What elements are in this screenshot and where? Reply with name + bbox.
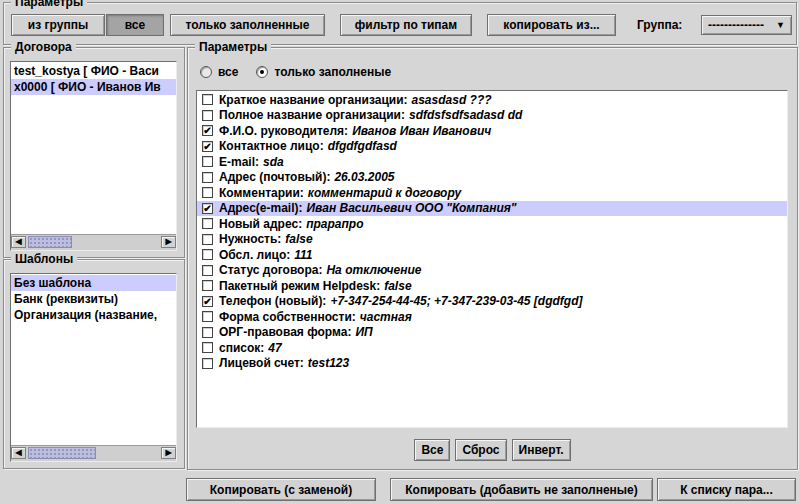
param-value: На отключение	[326, 263, 421, 277]
scroll-left-button[interactable]: ◀	[11, 447, 26, 459]
radio-row: всетолько заполненые	[200, 65, 391, 79]
param-label: Лицевой счет:	[219, 356, 304, 370]
group-combo[interactable]: -------------- ▼	[701, 15, 792, 35]
toolbar-button-3[interactable]: только заполненные	[170, 14, 325, 36]
checkbox-icon[interactable]	[202, 110, 213, 121]
checkbox-icon[interactable]: ✔	[202, 203, 213, 214]
param-row[interactable]: ✔Адрес(e-mail):Иван Васильевич ООО "Комп…	[197, 201, 787, 217]
param-label: E-mail:	[219, 155, 259, 169]
checkbox-icon[interactable]	[202, 172, 213, 183]
radio-label: только заполненые	[274, 65, 391, 79]
param-row[interactable]: ✔Ф.И.О. руководителя:Иванов Иван Иванови…	[197, 123, 787, 139]
scroll-right-button[interactable]: ▶	[161, 447, 176, 459]
param-row[interactable]: список:47	[197, 340, 787, 356]
param-label: Контактное лицо:	[219, 139, 324, 153]
param-label: ОРГ-правовая форма:	[219, 325, 351, 339]
param-row[interactable]: ✔Телефон (новый):+7-347-254-44-45; +7-34…	[197, 294, 787, 310]
checkbox-icon[interactable]	[202, 187, 213, 198]
param-row[interactable]: Адрес (почтовый):26.03.2005	[197, 170, 787, 186]
toolbar-button-5[interactable]: копировать из...	[487, 14, 616, 36]
scroll-right-icon: ▶	[165, 237, 171, 246]
bottom-button-2[interactable]: Копировать (добавить не заполненые)	[390, 478, 653, 501]
param-row[interactable]: ✔Контактное лицо:dfgdfgdfasd	[197, 139, 787, 155]
checkbox-icon[interactable]	[202, 94, 213, 105]
params-footer-button-1[interactable]: Все	[414, 439, 450, 461]
checkbox-icon[interactable]	[202, 234, 213, 245]
bottom-bar: Копировать (с заменой)Копировать (добави…	[0, 478, 800, 501]
scroll-right-button[interactable]: ▶	[161, 236, 176, 248]
checkbox-icon[interactable]: ✔	[202, 125, 213, 136]
group-combo-label: Группа:	[637, 18, 682, 32]
scrollbar-thumb[interactable]	[28, 447, 96, 459]
checkbox-icon[interactable]	[202, 249, 213, 260]
scroll-right-icon: ▶	[165, 448, 171, 457]
radio-icon[interactable]	[256, 66, 268, 78]
group-title: Договора	[11, 40, 76, 54]
templates-horizontal-scrollbar[interactable]: ◀ ▶	[11, 445, 176, 461]
param-row[interactable]: Комментарии:комментарий к договору	[197, 185, 787, 201]
contracts-list[interactable]: test_kostya [ ФИО - Васиx0000 [ ФИО - Ив…	[11, 62, 176, 234]
param-row[interactable]: Статус договора:На отключение	[197, 263, 787, 279]
toolbar-button-1[interactable]: из группы	[11, 14, 105, 36]
params-list[interactable]: Краткое название организации:asasdasd ??…	[197, 91, 787, 427]
param-value: комментарий к договору	[308, 186, 461, 200]
param-label: Ф.И.О. руководителя:	[219, 124, 348, 138]
scrollbar-thumb[interactable]	[28, 236, 72, 248]
param-label: Адрес(e-mail):	[219, 201, 302, 215]
bottom-button-3[interactable]: К списку пара...	[657, 478, 796, 501]
checkbox-icon[interactable]	[202, 342, 213, 353]
param-label: список:	[219, 341, 264, 355]
checkbox-icon[interactable]	[202, 265, 213, 276]
param-row[interactable]: Нужность:false	[197, 232, 787, 248]
checkbox-icon[interactable]	[202, 358, 213, 369]
template-list-item[interactable]: Банк (реквизиты)	[11, 291, 176, 307]
checkbox-icon[interactable]	[202, 218, 213, 229]
params-footer-button-3[interactable]: Инверт.	[512, 439, 571, 461]
chevron-down-icon: ▼	[776, 21, 785, 30]
radio-option[interactable]: только заполненые	[256, 65, 391, 79]
param-row[interactable]: Полное название организации:sdfdsfsdfsad…	[197, 108, 787, 124]
checkbox-icon[interactable]: ✔	[202, 296, 213, 307]
param-row[interactable]: Форма собственности:частная	[197, 309, 787, 325]
param-value: 26.03.2005	[334, 170, 394, 184]
param-label: Телефон (новый):	[219, 294, 326, 308]
params-footer-button-2[interactable]: Сброс	[455, 439, 506, 461]
bottom-button-1[interactable]: Копировать (с заменой)	[186, 478, 376, 501]
checkbox-icon[interactable]	[202, 280, 213, 291]
radio-icon[interactable]	[200, 66, 212, 78]
radio-option[interactable]: все	[200, 65, 238, 79]
param-row[interactable]: Лицевой счет:test123	[197, 356, 787, 372]
param-row[interactable]: Краткое название организации:asasdasd ??…	[197, 92, 787, 108]
param-label: Адрес (почтовый):	[219, 170, 330, 184]
checkbox-icon[interactable]	[202, 311, 213, 322]
contracts-scrollpane: test_kostya [ ФИО - Васиx0000 [ ФИО - Ив…	[10, 61, 177, 251]
template-list-item[interactable]: Организация (название,	[11, 307, 176, 323]
toolbar-button-2[interactable]: все	[106, 14, 164, 36]
param-label: Полное название организации:	[219, 108, 405, 122]
contract-list-item[interactable]: x0000 [ ФИО - Иванов Ив	[11, 79, 176, 95]
toolbar-button-4[interactable]: фильтр по типам	[340, 14, 472, 36]
param-value: 47	[268, 341, 281, 355]
param-label: Статус договора:	[219, 263, 322, 277]
params-footer: ВсеСбросИнверт.	[188, 439, 797, 461]
checkbox-icon[interactable]: ✔	[202, 141, 213, 152]
param-value: прарапро	[306, 217, 363, 231]
contracts-horizontal-scrollbar[interactable]: ◀ ▶	[11, 234, 176, 250]
param-row[interactable]: Новый адрес:прарапро	[197, 216, 787, 232]
templates-group: Шаблоны Без шаблонаБанк (реквизиты)Орган…	[3, 259, 185, 469]
template-list-item[interactable]: Без шаблона	[11, 275, 176, 291]
contract-list-item[interactable]: test_kostya [ ФИО - Васи	[11, 63, 176, 79]
param-row[interactable]: ОРГ-правовая форма:ИП	[197, 325, 787, 341]
scroll-left-button[interactable]: ◀	[11, 236, 26, 248]
templates-list[interactable]: Без шаблонаБанк (реквизиты)Организация (…	[11, 274, 176, 445]
checkbox-icon[interactable]	[202, 156, 213, 167]
parameters-group: Параметры всетолько заполненые Краткое н…	[187, 47, 798, 470]
param-row[interactable]: Обсл. лицо:111	[197, 247, 787, 263]
param-value: test123	[308, 356, 349, 370]
param-row[interactable]: E-mail:sda	[197, 154, 787, 170]
param-row[interactable]: Пакетный режим Helpdesk:false	[197, 278, 787, 294]
group-title: Параметры	[11, 0, 87, 9]
checkbox-icon[interactable]	[202, 327, 213, 338]
window: { "colors": { "window_bg": "#d6d6d6", "s…	[0, 0, 800, 504]
param-value: sdfdsfsdfsadasd dd	[409, 108, 522, 122]
